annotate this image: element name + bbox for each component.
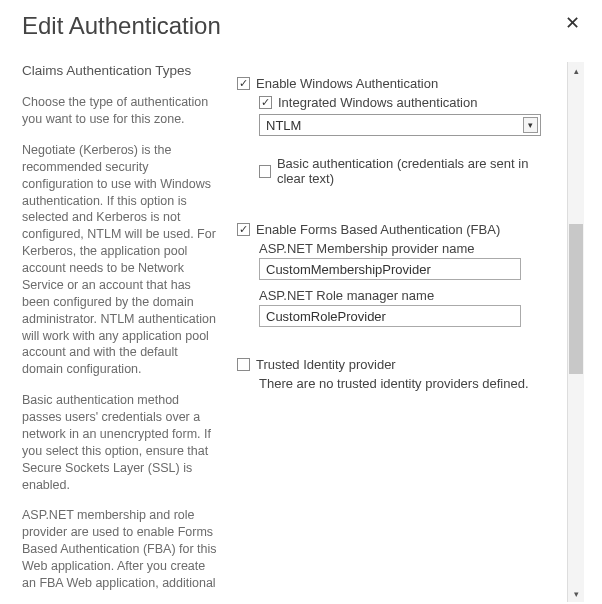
help-text: ASP.NET membership and role provider are… [22, 507, 219, 591]
membership-provider-label: ASP.NET Membership provider name [259, 241, 559, 256]
help-text: Basic authentication method passes users… [22, 392, 219, 493]
trusted-identity-message: There are no trusted identity providers … [259, 376, 559, 391]
enable-windows-auth-row[interactable]: Enable Windows Authentication [237, 76, 559, 91]
enable-fba-checkbox[interactable] [237, 223, 250, 236]
scroll-up-icon[interactable]: ▴ [568, 62, 584, 79]
enable-windows-auth-label: Enable Windows Authentication [256, 76, 438, 91]
windows-auth-type-select[interactable]: NTLM ▾ [259, 114, 541, 136]
membership-provider-value: CustomMembershipProvider [266, 262, 431, 277]
integrated-windows-row[interactable]: Integrated Windows authentication [259, 95, 559, 110]
windows-auth-type-value: NTLM [266, 118, 301, 133]
basic-auth-label: Basic authentication (credentials are se… [277, 156, 559, 186]
trusted-identity-row[interactable]: Trusted Identity provider [237, 357, 559, 372]
help-section-title: Claims Authentication Types [22, 62, 219, 80]
basic-auth-row[interactable]: Basic authentication (credentials are se… [259, 156, 559, 186]
trusted-identity-checkbox[interactable] [237, 358, 250, 371]
scrollbar-track[interactable] [568, 79, 584, 585]
dialog-body: Claims Authentication Types Choose the t… [22, 62, 584, 602]
chevron-down-icon[interactable]: ▾ [523, 117, 538, 133]
membership-provider-input[interactable]: CustomMembershipProvider [259, 258, 521, 280]
help-text: Negotiate (Kerberos) is the recommended … [22, 142, 219, 378]
role-manager-input[interactable]: CustomRoleProvider [259, 305, 521, 327]
role-manager-value: CustomRoleProvider [266, 309, 386, 324]
help-text: Choose the type of authentication you wa… [22, 94, 219, 128]
form-panel-wrap: Enable Windows Authentication Integrated… [237, 62, 584, 602]
integrated-windows-label: Integrated Windows authentication [278, 95, 477, 110]
enable-fba-label: Enable Forms Based Authentication (FBA) [256, 222, 500, 237]
enable-windows-auth-checkbox[interactable] [237, 77, 250, 90]
form-panel: Enable Windows Authentication Integrated… [237, 62, 567, 602]
trusted-identity-label: Trusted Identity provider [256, 357, 396, 372]
dialog-header: Edit Authentication ✕ [22, 12, 584, 40]
role-manager-label: ASP.NET Role manager name [259, 288, 559, 303]
integrated-windows-checkbox[interactable] [259, 96, 272, 109]
scrollbar-thumb[interactable] [569, 224, 583, 374]
scroll-down-icon[interactable]: ▾ [568, 585, 584, 602]
vertical-scrollbar[interactable]: ▴ ▾ [567, 62, 584, 602]
dialog-title: Edit Authentication [22, 12, 221, 40]
edit-authentication-dialog: Edit Authentication ✕ Claims Authenticat… [0, 0, 602, 604]
help-panel: Claims Authentication Types Choose the t… [22, 62, 237, 602]
enable-fba-row[interactable]: Enable Forms Based Authentication (FBA) [237, 222, 559, 237]
close-icon[interactable]: ✕ [561, 12, 584, 34]
basic-auth-checkbox[interactable] [259, 165, 271, 178]
